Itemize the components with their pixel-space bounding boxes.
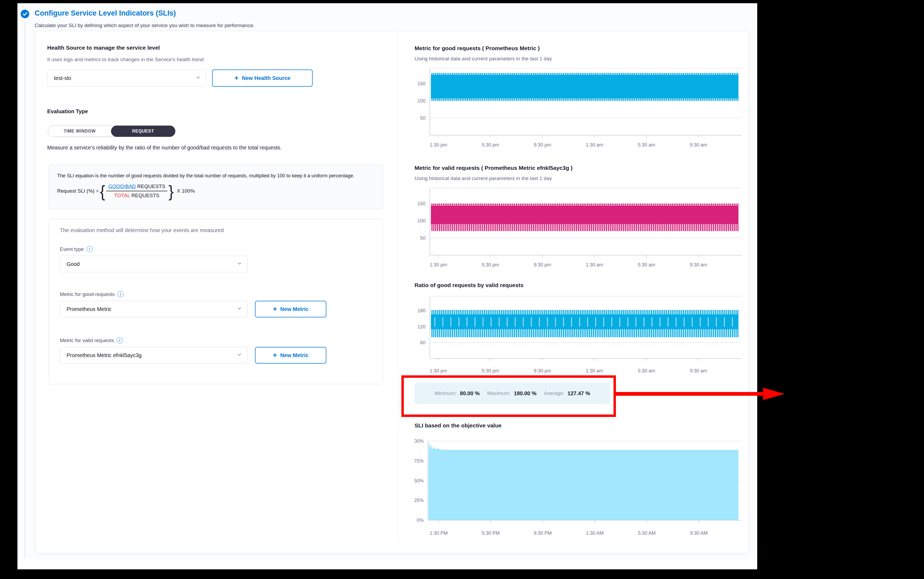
svg-text:9:30 am: 9:30 am [689, 142, 707, 147]
formula-lhs: Request SLI (%) = [57, 188, 99, 194]
svg-text:9:30 pm: 9:30 pm [534, 262, 551, 268]
svg-text:1:30 PM: 1:30 PM [430, 530, 448, 536]
step-complete-check-icon [21, 10, 29, 18]
valid-requests-chart-title: Metric for valid requests ( Prometheus M… [414, 165, 572, 171]
page-title: Configure Service Level Indicators (SLIs… [34, 9, 176, 18]
svg-text:50: 50 [420, 115, 425, 121]
health-source-selected-value: test-slo [54, 75, 71, 81]
plus-icon: + [273, 306, 277, 313]
svg-text:1:30 pm: 1:30 pm [430, 142, 447, 147]
valid-metric-row: Prometheus Metric efnkl5ayc3g + New Metr… [60, 347, 326, 363]
page-subtitle: Calculate your SLI by defining which asp… [34, 23, 255, 28]
health-source-row: test-slo + New Health Source [47, 69, 313, 87]
new-metric-button[interactable]: + New Metric [255, 347, 326, 363]
svg-text:9:30 am: 9:30 am [689, 368, 707, 373]
svg-text:9:30 pm: 9:30 pm [534, 368, 551, 373]
formula-rhs: X 100% [177, 188, 195, 194]
annotation-highlight-box [401, 375, 616, 417]
plus-icon: + [235, 75, 239, 82]
valid-metric-select[interactable]: Prometheus Metric efnkl5ayc3g [60, 347, 248, 363]
fraction-denominator: TOTAL REQUESTS [114, 191, 160, 198]
svg-text:1:30 am: 1:30 am [586, 368, 603, 373]
close-brace: } [168, 182, 173, 200]
svg-text:60: 60 [420, 340, 425, 345]
ratio-chart-title: Ratio of good requests by valid requests [414, 282, 523, 288]
evaluation-type-label: Evaluation Type [47, 108, 88, 114]
health-source-select[interactable]: test-slo [47, 69, 206, 87]
svg-text:1:30 pm: 1:30 pm [430, 262, 447, 268]
sli-equation-formula: Request SLI (%) = { GOOD/BAD REQUESTS TO… [57, 182, 375, 200]
svg-text:9:30 pm: 9:30 pm [534, 142, 551, 147]
svg-text:1:30 AM: 1:30 AM [586, 530, 604, 536]
svg-text:0%: 0% [417, 518, 424, 523]
valid-metric-label: Metric for valid requests i [60, 337, 123, 343]
chevron-down-icon [236, 306, 243, 313]
wizard-step-connector [24, 22, 25, 558]
svg-text:5:30 PM: 5:30 PM [482, 530, 500, 536]
evaluation-type-toggle: TIME WINDOW REQUEST [48, 126, 175, 137]
toggle-option-request[interactable]: REQUEST [111, 126, 175, 137]
chevron-down-icon [236, 260, 243, 268]
svg-text:180: 180 [417, 308, 425, 313]
svg-text:25%: 25% [414, 498, 424, 503]
svg-text:1:30 am: 1:30 am [586, 142, 603, 147]
health-source-label: Health Source to manage the service leve… [47, 44, 160, 51]
chevron-down-icon [195, 75, 201, 82]
event-type-selected-value: Good [67, 261, 80, 267]
svg-text:5:30 AM: 5:30 AM [638, 530, 655, 536]
sli-equation-text: The SLI equation is the number of good r… [57, 172, 365, 180]
new-metric-button[interactable]: + New Metric [255, 301, 326, 317]
info-icon[interactable]: i [117, 337, 123, 343]
svg-text:9:30 AM: 9:30 AM [690, 530, 707, 536]
annotation-arrow [616, 392, 765, 396]
svg-text:5:30 am: 5:30 am [638, 262, 655, 268]
svg-text:5:30 pm: 5:30 pm [482, 262, 499, 268]
evaluation-method-note: The evaluation method will determine how… [60, 227, 223, 234]
plus-icon: + [273, 352, 277, 359]
svg-text:50: 50 [420, 235, 425, 240]
svg-text:1:30 pm: 1:30 pm [430, 368, 447, 373]
evaluation-type-description: Measure a service’s reliability by the r… [47, 144, 377, 152]
good-requests-chart-subtitle: Using historical data and current parame… [414, 56, 552, 62]
event-type-label: Event type i [60, 246, 93, 252]
new-health-source-button[interactable]: + New Health Source [212, 69, 313, 87]
info-icon[interactable]: i [86, 246, 93, 252]
formula-fraction: GOOD/BAD REQUESTS TOTAL REQUESTS [106, 183, 167, 198]
charts-column: Metric for good requests ( Prometheus Me… [414, 31, 750, 553]
good-metric-select[interactable]: Prometheus Metric [60, 301, 248, 317]
page-bottom-strip [18, 558, 757, 569]
good-metric-row: Prometheus Metric + New Metric [60, 301, 326, 317]
ratio-chart: 601201801:30 pm5:30 pm9:30 pm1:30 am5:30… [414, 294, 748, 376]
svg-text:9:30 am: 9:30 am [689, 262, 707, 268]
svg-text:5:30 pm: 5:30 pm [482, 142, 499, 147]
event-type-select[interactable]: Good [60, 256, 248, 272]
svg-text:1:30 am: 1:30 am [586, 262, 603, 268]
sli-objective-chart-title: SLI based on the objective value [414, 422, 502, 429]
svg-text:120: 120 [417, 324, 425, 329]
health-source-description: It uses logs and metrics to track change… [47, 57, 204, 62]
info-icon[interactable]: i [117, 291, 124, 297]
svg-text:100: 100 [417, 218, 425, 224]
svg-text:5:30 pm: 5:30 pm [482, 368, 499, 373]
screenshot-canvas: { "colors":{ "accent":"#0278d5", "good_c… [0, 0, 924, 579]
annotation-arrow-head-icon [763, 388, 785, 400]
sli-objective-chart: 0%25%50%75%100%1:30 PM5:30 PM9:30 PM1:30… [414, 439, 748, 538]
good-requests-chart-title: Metric for good requests ( Prometheus Me… [414, 45, 540, 52]
svg-text:150: 150 [417, 81, 425, 87]
svg-text:50%: 50% [414, 478, 424, 484]
valid-requests-chart: 501001501:30 pm5:30 pm9:30 pm1:30 am5:30… [414, 185, 748, 270]
svg-text:150: 150 [417, 201, 425, 206]
app-page: Configure Service Level Indicators (SLIs… [18, 3, 757, 569]
sli-config-card: Health Source to manage the service leve… [36, 31, 749, 553]
fraction-numerator: GOOD/BAD REQUESTS [106, 183, 167, 191]
good-metric-label: Metric for good requests i [60, 291, 124, 297]
toggle-option-time-window[interactable]: TIME WINDOW [48, 126, 111, 137]
svg-text:9:30 PM: 9:30 PM [534, 530, 552, 536]
good-metric-selected-value: Prometheus Metric [67, 306, 112, 312]
svg-text:5:30 am: 5:30 am [638, 142, 655, 147]
svg-text:75%: 75% [414, 458, 424, 464]
evaluation-method-box: The evaluation method will determine how… [49, 219, 383, 384]
chevron-down-icon [236, 352, 243, 359]
svg-text:100%: 100% [414, 439, 424, 444]
column-divider [398, 31, 398, 542]
